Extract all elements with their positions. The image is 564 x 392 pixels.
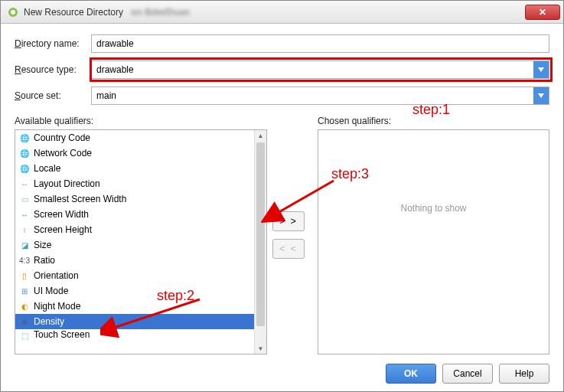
button-remove-qualifier[interactable]: < < xyxy=(272,239,305,259)
scroll-up-icon[interactable]: ▲ xyxy=(255,130,266,141)
list-item[interactable]: ◪Size xyxy=(15,237,266,253)
scroll-thumb[interactable] xyxy=(256,142,265,326)
list-item[interactable]: ▭Smallest Screen Width xyxy=(15,191,266,207)
list-item[interactable]: 🌐Locale xyxy=(15,161,266,176)
app-icon xyxy=(7,6,19,18)
list-item-label: Ratio xyxy=(34,255,55,266)
column-move-buttons: > > < < xyxy=(267,116,310,354)
chevron-down-icon xyxy=(533,87,549,104)
list-item[interactable]: ↔Screen Width xyxy=(15,207,266,222)
dialog-content: Directory name: Resource type: drawable … xyxy=(1,24,563,391)
button-add-qualifier[interactable]: > > xyxy=(272,211,305,231)
list-item-label: Screen Height xyxy=(34,224,92,235)
list-item[interactable]: ▯Orientation xyxy=(15,268,266,283)
list-item-label: Size xyxy=(34,240,51,250)
close-button[interactable]: ✕ xyxy=(525,5,560,20)
list-item-label: UI Mode xyxy=(34,286,68,296)
height-icon: ↕ xyxy=(18,224,31,236)
label-source-set: Source set: xyxy=(15,90,91,101)
width-icon: ▭ xyxy=(18,193,31,205)
help-button[interactable]: Help xyxy=(499,364,549,384)
dialog-window: New Resource Directory on Bdw/Duan ✕ Dir… xyxy=(0,0,564,392)
night-icon: ◐ xyxy=(18,300,31,312)
dropdown-source-set[interactable]: main xyxy=(91,87,549,105)
list-item-label: Touch Screen xyxy=(34,329,90,340)
close-icon: ✕ xyxy=(539,7,546,18)
listbox-chosen[interactable]: Nothing to show xyxy=(318,129,549,354)
titlebar: New Resource Directory on Bdw/Duan ✕ xyxy=(1,1,563,24)
list-item-label: Night Mode xyxy=(34,301,80,312)
ratio-icon: 4:3 xyxy=(18,254,31,266)
list-item-label: Density xyxy=(34,316,64,327)
list-item-label: Orientation xyxy=(34,270,79,281)
touch-icon: ⬚ xyxy=(18,329,31,340)
dropdown-resource-type-value: drawable xyxy=(96,64,134,75)
list-item[interactable]: ⊕Density xyxy=(15,314,266,329)
window-title: New Resource Directory xyxy=(24,7,123,18)
size-icon: ◪ xyxy=(18,239,31,251)
window-title-blur: on Bdw/Duan xyxy=(131,7,190,18)
svg-point-1 xyxy=(11,10,15,15)
dropdown-resource-type[interactable]: drawable xyxy=(91,60,549,79)
list-item-label: Smallest Screen Width xyxy=(34,194,126,204)
chevron-down-icon xyxy=(533,61,549,78)
list-item-label: Screen Width xyxy=(34,209,89,220)
label-directory-name: Directory name: xyxy=(15,38,91,49)
scroll-down-icon[interactable]: ▼ xyxy=(255,343,266,354)
column-available: Available qualifiers: 🌐Country Code🌐Netw… xyxy=(15,116,267,354)
column-chosen: Chosen qualifiers: Nothing to show xyxy=(318,116,549,354)
row-source-set: Source set: main xyxy=(15,87,549,105)
empty-placeholder: Nothing to show xyxy=(318,203,549,214)
list-item-label: Country Code xyxy=(34,132,90,143)
list-item[interactable]: ◐Night Mode xyxy=(15,299,266,314)
width-icon: ↔ xyxy=(18,208,31,220)
listbox-available[interactable]: 🌐Country Code🌐Network Code🌐Locale↔Layout… xyxy=(15,129,267,354)
row-directory-name: Directory name: xyxy=(15,34,549,53)
orientation-icon: ▯ xyxy=(18,270,31,282)
list-item-label: Network Code xyxy=(34,148,92,158)
dialog-button-row: OK Cancel Help xyxy=(15,354,549,384)
list-item[interactable]: 4:3Ratio xyxy=(15,253,266,268)
list-item[interactable]: ⬚Touch Screen xyxy=(15,329,266,340)
globe-icon: 🌐 xyxy=(18,132,31,144)
input-directory-name[interactable] xyxy=(91,34,549,53)
globe-icon: 🌐 xyxy=(18,147,31,159)
dropdown-source-set-value: main xyxy=(96,90,116,101)
qualifiers-area: Available qualifiers: 🌐Country Code🌐Netw… xyxy=(15,116,549,354)
list-item[interactable]: 🌐Country Code xyxy=(15,130,266,145)
ui-mode-icon: ⊞ xyxy=(18,285,31,297)
cancel-button[interactable]: Cancel xyxy=(442,364,493,384)
ok-button[interactable]: OK xyxy=(386,364,436,384)
label-resource-type: Resource type: xyxy=(15,64,91,75)
list-item[interactable]: 🌐Network Code xyxy=(15,145,266,161)
layout-icon: ↔ xyxy=(18,178,31,190)
density-icon: ⊕ xyxy=(18,315,31,328)
globe-icon: 🌐 xyxy=(18,162,31,175)
label-chosen-qualifiers: Chosen qualifiers: xyxy=(318,116,549,126)
list-item[interactable]: ↔Layout Direction xyxy=(15,176,266,191)
label-available-qualifiers: Available qualifiers: xyxy=(15,116,267,126)
scrollbar-vertical[interactable]: ▲ ▼ xyxy=(254,130,266,354)
list-item-label: Layout Direction xyxy=(34,178,100,189)
list-item[interactable]: ↕Screen Height xyxy=(15,222,266,237)
row-resource-type: Resource type: drawable xyxy=(15,60,549,79)
list-item-label: Locale xyxy=(34,163,60,174)
list-item[interactable]: ⊞UI Mode xyxy=(15,283,266,299)
